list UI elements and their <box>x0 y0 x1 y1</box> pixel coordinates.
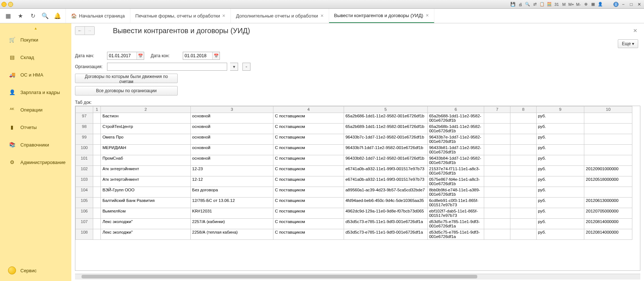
sidebar-item-6[interactable]: 📚Справочники <box>0 136 71 153</box>
table-row[interactable]: 100МЕРИДИАНосновнойС поставщиком96433b7f… <box>76 145 632 155</box>
sidebar-icon: ▤ <box>9 54 15 60</box>
tab-print-forms[interactable]: Печатные формы, отчеты и обработки✕ <box>130 9 231 23</box>
filter-icon[interactable]: ▦ <box>590 1 596 7</box>
sidebar-icon: 👤 <box>9 89 15 95</box>
table-row[interactable]: 105Балтийский Банк Развития12/785-БС от … <box>76 198 632 208</box>
print-icon[interactable]: 🖨 <box>517 1 523 7</box>
calc-icon[interactable]: 🧮 <box>546 1 552 7</box>
tab-extra-reports[interactable]: Дополнительные отчеты и обработки✕ <box>231 9 329 23</box>
sidebar-item-label: Справочники <box>20 142 49 148</box>
calendar-icon[interactable]: 📅 <box>137 52 144 59</box>
preview-icon[interactable]: 🔍 <box>525 1 530 7</box>
forward-button[interactable]: → <box>85 27 94 35</box>
more-button[interactable]: Еще ▾ <box>618 39 638 48</box>
table-row[interactable]: 99Омега ПроосновнойС поставщиком96433b7c… <box>76 134 632 145</box>
tab-home[interactable]: 🏠Начальная страница <box>66 9 130 23</box>
sidebar-icon: ⚙ <box>9 159 15 165</box>
close-icon[interactable]: ✕ <box>320 13 324 18</box>
search-icon[interactable]: 🔍 <box>42 12 49 20</box>
sidebar-icon: ▮ <box>9 124 15 130</box>
app-icon <box>1 2 7 7</box>
column-header[interactable]: 7 <box>484 106 510 113</box>
table-row[interactable]: 106ВымпелКомKR#12031С поставщиком4962dc9… <box>76 208 632 219</box>
sidebar-icon: 🚚 <box>9 72 15 78</box>
close-page-icon[interactable]: ✕ <box>630 28 640 34</box>
column-header[interactable]: 3 <box>190 106 273 113</box>
table-row[interactable]: 103Атк энтертэйнмент12-12С поставщикомe6… <box>76 176 632 187</box>
bell-icon[interactable]: 🔔 <box>54 12 61 20</box>
column-header[interactable]: 9 <box>536 106 584 113</box>
sidebar-item-2[interactable]: 🚚ОС и НМА <box>0 66 71 83</box>
zoom-icon[interactable]: ⊕ <box>583 1 589 7</box>
column-header[interactable]: 6 <box>427 106 484 113</box>
clipboard-icon[interactable]: 📋 <box>539 1 545 7</box>
mminus-icon[interactable]: M- <box>576 1 581 7</box>
table-row[interactable]: 108Лекс эколоджи"2258/А (теплая кабина)С… <box>76 229 632 240</box>
org-label: Организация: <box>75 64 104 69</box>
m-icon[interactable]: M <box>561 1 567 7</box>
date-start-label: Дата нач: <box>75 53 104 58</box>
table-row[interactable]: 107Лекс эколоджи"2257/А (кабинки)С поста… <box>76 219 632 229</box>
table-row[interactable]: 101ПромСнабосновнойС поставщиком96433b82… <box>76 155 632 166</box>
column-header[interactable]: 5 <box>344 106 427 113</box>
history-icon[interactable]: ↻ <box>29 12 36 20</box>
sidebar-item-1[interactable]: ▤Склад <box>0 48 71 66</box>
user-icon[interactable]: 👤 <box>597 1 603 7</box>
column-header[interactable]: 8 <box>510 106 536 113</box>
column-header[interactable]: 2 <box>101 106 190 113</box>
sidebar-item-label: Склад <box>20 55 34 60</box>
sidebar-item-label: Отчеты <box>20 125 37 130</box>
sidebar-item-label: Операции <box>20 107 43 113</box>
app-icon-2 <box>8 2 13 7</box>
org-dropdown-button[interactable]: ▾ <box>230 63 238 71</box>
date-start-input[interactable]: 📅 <box>107 52 144 60</box>
close-icon[interactable]: ✕ <box>636 1 643 7</box>
sidebar-item-label: Покупки <box>20 37 38 43</box>
sidebar-item-label: ОС и НМА <box>20 72 43 78</box>
table-row[interactable]: 98СтройТехЦентросновнойС поставщиком65a2… <box>76 124 632 134</box>
date-end-label: Дата кон: <box>151 53 180 58</box>
sidebar-item-4[interactable]: ᴬᴷОперации <box>0 101 71 118</box>
contracts-with-moves-button[interactable]: Договоры по которым были движения по сче… <box>75 74 178 83</box>
apps-icon[interactable]: ▦ <box>4 12 12 20</box>
tab-active[interactable]: Вывести контрагентов и договоры (УИД)✕ <box>329 9 434 23</box>
sidebar-collapse-handle[interactable]: ▲ <box>0 26 71 31</box>
coin-icon <box>8 266 16 274</box>
sidebar-item-7[interactable]: ⚙Администрирование <box>0 153 71 171</box>
sidebar-item-0[interactable]: 🛒Покупки <box>0 31 71 48</box>
table-row[interactable]: 102Атк энтертэйнмент12-23С поставщикомe6… <box>76 166 632 176</box>
sidebar-item-5[interactable]: ▮Отчеты <box>0 118 71 136</box>
info-icon[interactable]: i <box>613 2 619 7</box>
main-toolbar: ▦ ★ ↻ 🔍 🔔 🏠Начальная страница Печатные ф… <box>0 9 644 23</box>
column-header[interactable]: 1 <box>93 106 101 113</box>
sidebar-icon: 📚 <box>9 142 15 148</box>
all-contracts-button[interactable]: Все договоры по организации <box>75 86 178 95</box>
titlebar: 💾 🖨 🔍 ⇄ 📋 🧮 31 M M+ M- ⊕ ▦ 👤 i − □ ✕ <box>0 0 644 9</box>
horizontal-scrollbar[interactable] <box>75 274 640 280</box>
data-grid[interactable]: 12345678910 97БастионосновнойС поставщик… <box>75 106 640 271</box>
calendar-icon[interactable]: 31 <box>554 1 560 7</box>
star-icon[interactable]: ★ <box>17 12 24 20</box>
minimize-icon[interactable]: − <box>620 1 627 7</box>
column-header[interactable]: 10 <box>584 106 632 113</box>
table-row[interactable]: 97БастионосновнойС поставщиком65a2b686-1… <box>76 113 632 124</box>
org-open-button[interactable]: ▫ <box>242 63 250 71</box>
sidebar: ▲ 🛒Покупки▤Склад🚚ОС и НМА👤Зарплата и кад… <box>0 23 71 281</box>
maximize-icon[interactable]: □ <box>628 1 635 7</box>
nav-buttons: ← → <box>75 26 95 35</box>
mplus-icon[interactable]: M+ <box>568 1 574 7</box>
close-icon[interactable]: ✕ <box>222 13 225 18</box>
sidebar-item-label: Зарплата и кадры <box>20 90 60 95</box>
save-icon[interactable]: 💾 <box>510 1 516 7</box>
column-header[interactable]: 4 <box>273 106 344 113</box>
org-input[interactable] <box>107 63 227 71</box>
sidebar-service[interactable]: Сервис <box>0 261 71 281</box>
sidebar-item-3[interactable]: 👤Зарплата и кадры <box>0 83 71 101</box>
column-header[interactable] <box>76 106 93 113</box>
compare-icon[interactable]: ⇄ <box>532 1 538 7</box>
back-button[interactable]: ← <box>75 27 85 35</box>
close-icon[interactable]: ✕ <box>426 13 429 18</box>
date-end-input[interactable]: 📅 <box>183 52 220 60</box>
table-row[interactable]: 104ВЭЙ-Групп ОООБез договораС поставщико… <box>76 187 632 198</box>
calendar-icon[interactable]: 📅 <box>212 52 220 59</box>
